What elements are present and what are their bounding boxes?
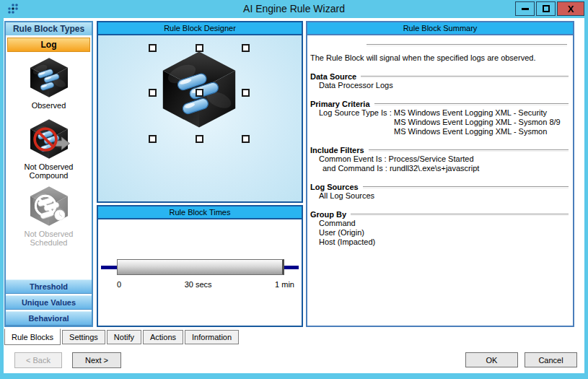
type-item-not-observed-scheduled: Not Observed Scheduled xyxy=(6,186,92,247)
summary-line: Log Source Type Is : MS Windows Event Lo… xyxy=(310,108,569,118)
time-slider-bar[interactable] xyxy=(117,259,284,275)
rule-block-summary-header: Rule Block Summary xyxy=(307,22,573,35)
selection-handle[interactable] xyxy=(242,89,250,97)
summary-section-title: Group By xyxy=(310,210,346,219)
ai-engine-rule-wizard-window: AI Engine Rule Wizard X Rule Block Types… xyxy=(0,0,588,379)
summary-line: All Log Sources xyxy=(310,191,569,201)
summary-line: Host (Impacted) xyxy=(310,238,569,247)
type-item-label-line1: Not Observed xyxy=(25,230,74,238)
rule-block-times-panel: Rule Block Times 0 30 secs 1 min xyxy=(97,205,303,327)
tab-rule-blocks[interactable]: Rule Blocks xyxy=(4,328,61,345)
summary-line: Command xyxy=(310,219,569,228)
type-item-label-line2: Scheduled xyxy=(25,238,74,247)
summary-section-title: Include Filters xyxy=(310,146,364,154)
tab-actions[interactable]: Actions xyxy=(143,330,183,344)
selection-handle[interactable] xyxy=(242,135,250,143)
type-unique-values-button[interactable]: Unique Values xyxy=(6,295,92,310)
log-cube-not-observed-icon xyxy=(27,118,71,160)
summary-intro: The Rule Block will signal when the spec… xyxy=(310,53,569,63)
ok-button[interactable]: OK xyxy=(465,352,518,367)
designer-canvas[interactable] xyxy=(98,35,302,201)
maximize-icon xyxy=(543,5,550,12)
tick-end: 1 min xyxy=(275,280,294,289)
maximize-button[interactable] xyxy=(536,1,556,16)
log-cube-scheduled-icon xyxy=(27,186,71,227)
window-border-left xyxy=(0,0,4,379)
window-border-right xyxy=(584,0,588,379)
minimize-icon xyxy=(522,8,529,10)
summary-section-title: Data Source xyxy=(310,72,356,81)
selection-handle[interactable] xyxy=(196,89,203,97)
summary-section-title: Primary Criteria xyxy=(310,100,370,108)
summary-line: MS Windows Event Logging XML - Sysmon 8/… xyxy=(310,118,569,127)
selection-handle[interactable] xyxy=(149,135,157,143)
selection-handle[interactable] xyxy=(242,44,250,52)
summary-line: MS Windows Event Logging XML - Sysmon xyxy=(310,127,569,136)
summary-top-rule xyxy=(367,44,567,46)
wizard-tab-strip: Rule Blocks Settings Notify Actions Info… xyxy=(4,328,240,346)
type-log-button[interactable]: Log xyxy=(7,38,90,52)
rule-block-types-panel: Rule Block Types Log Observed Not Observ… xyxy=(4,21,93,327)
window-border-bottom xyxy=(0,373,588,379)
rule-block-summary-panel: Rule Block Summary The Rule Block will s… xyxy=(306,21,574,327)
type-threshold-button[interactable]: Threshold xyxy=(6,279,92,294)
summary-line: Data Processor Logs xyxy=(310,81,569,90)
summary-body: The Rule Block will signal when the spec… xyxy=(307,35,573,326)
selection-handle[interactable] xyxy=(196,135,203,143)
type-item-label-line2: Compound xyxy=(25,171,74,180)
log-cube-icon xyxy=(27,57,71,98)
tab-settings[interactable]: Settings xyxy=(62,330,105,344)
rule-block-types-header: Rule Block Types xyxy=(6,22,92,35)
summary-section-title: Log Sources xyxy=(310,183,359,191)
type-behavioral-button[interactable]: Behavioral xyxy=(6,311,92,326)
minimize-button[interactable] xyxy=(515,1,535,16)
tick-start: 0 xyxy=(117,280,121,289)
summary-line: and Command Is : rundll32\.exe\s+javascr… xyxy=(310,164,569,173)
type-item-observed[interactable]: Observed xyxy=(6,57,92,110)
close-button[interactable]: X xyxy=(557,1,584,16)
tab-information[interactable]: Information xyxy=(185,330,239,344)
rule-block-times-header: Rule Block Times xyxy=(98,206,302,219)
summary-line: User (Origin) xyxy=(310,228,569,238)
rule-block-designer-header: Rule Block Designer xyxy=(98,22,302,35)
type-item-label-line1: Not Observed xyxy=(25,162,74,171)
type-item-not-observed-compound[interactable]: Not Observed Compound xyxy=(6,118,92,180)
close-icon: X xyxy=(568,4,574,14)
titlebar[interactable]: AI Engine Rule Wizard X xyxy=(0,0,588,18)
rule-block-designer-panel: Rule Block Designer xyxy=(97,21,303,203)
back-button[interactable]: < Back xyxy=(14,352,62,368)
tab-notify[interactable]: Notify xyxy=(107,330,141,344)
summary-line: Common Event Is : Process/Service Starte… xyxy=(310,154,569,164)
window-title: AI Engine Rule Wizard xyxy=(0,0,588,18)
tick-mid: 30 secs xyxy=(185,280,212,289)
cancel-button[interactable]: Cancel xyxy=(525,352,577,367)
next-button[interactable]: Next > xyxy=(72,352,121,368)
type-item-label: Observed xyxy=(32,101,66,110)
